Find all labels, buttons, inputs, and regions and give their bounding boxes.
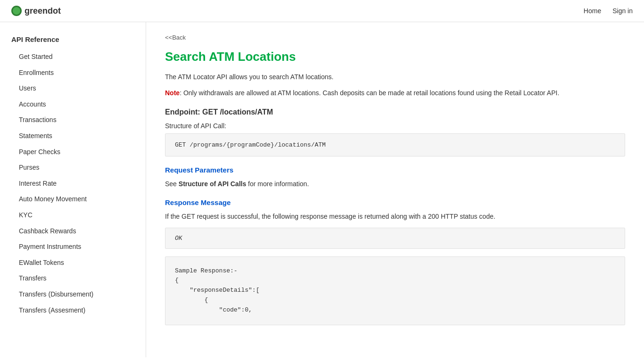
sidebar-title: API Reference (0, 32, 146, 49)
note-body: : Only withdrawals are allowed at ATM lo… (180, 89, 559, 97)
back-link[interactable]: <<Back (165, 34, 186, 41)
home-link[interactable]: Home (584, 7, 601, 15)
sidebar: API Reference Get Started Enrollments Us… (0, 22, 146, 357)
logo-icon (11, 6, 22, 16)
header-nav: Home Sign in (584, 7, 633, 15)
description: The ATM Locator API allows you to search… (165, 72, 625, 82)
main-content: <<Back Search ATM Locations The ATM Loca… (146, 22, 644, 357)
sidebar-item-auto-money-movement[interactable]: Auto Money Movement (0, 191, 146, 207)
header: greendot Home Sign in (0, 0, 644, 22)
sidebar-item-get-started[interactable]: Get Started (0, 49, 146, 65)
note-paragraph: Note: Only withdrawals are allowed at AT… (165, 88, 625, 98)
request-params-text: See Structure of API Calls for more info… (165, 179, 625, 189)
logo: greendot (11, 6, 61, 16)
api-call-label: Structure of API Call: (165, 122, 625, 130)
sidebar-item-ewallet-tokens[interactable]: EWallet Tokens (0, 255, 146, 271)
sidebar-item-interest-rate[interactable]: Interest Rate (0, 176, 146, 192)
sidebar-item-statements[interactable]: Statements (0, 128, 146, 144)
sidebar-item-kyc[interactable]: KYC (0, 207, 146, 223)
sidebar-item-enrollments[interactable]: Enrollments (0, 65, 146, 81)
logo-text: greendot (25, 6, 61, 16)
sidebar-item-users[interactable]: Users (0, 81, 146, 97)
response-message-text: If the GET request is successful, the fo… (165, 211, 625, 222)
request-params-prefix: See (165, 180, 179, 188)
layout: API Reference Get Started Enrollments Us… (0, 22, 644, 357)
sidebar-item-transactions[interactable]: Transactions (0, 112, 146, 128)
signin-link[interactable]: Sign in (612, 7, 633, 15)
request-params-link[interactable]: Structure of API Calls (179, 180, 246, 188)
sidebar-item-paper-checks[interactable]: Paper Checks (0, 144, 146, 160)
endpoint-heading: Endpoint: GET /locations/ATM (165, 108, 625, 116)
sidebar-item-transfers-assesment[interactable]: Transfers (Assesment) (0, 303, 146, 319)
api-call-code: GET /programs/{programCode}/locations/AT… (165, 133, 625, 156)
response-message-heading: Response Message (165, 198, 625, 206)
sidebar-item-cashback-rewards[interactable]: Cashback Rewards (0, 223, 146, 239)
request-params-suffix: for more information. (246, 180, 309, 188)
sidebar-item-accounts[interactable]: Accounts (0, 97, 146, 113)
sidebar-item-purses[interactable]: Purses (0, 160, 146, 176)
note-label: Note (165, 89, 180, 97)
request-params-heading: Request Parameters (165, 166, 625, 174)
sidebar-item-payment-instruments[interactable]: Payment Instruments (0, 239, 146, 255)
response-ok-block: OK (165, 228, 625, 249)
sidebar-item-transfers-disbursement[interactable]: Transfers (Disbursement) (0, 287, 146, 303)
sidebar-item-transfers[interactable]: Transfers (0, 271, 146, 287)
sample-response-block: Sample Response:- { "responseDetails":[ … (165, 256, 625, 325)
page-title: Search ATM Locations (165, 49, 625, 64)
